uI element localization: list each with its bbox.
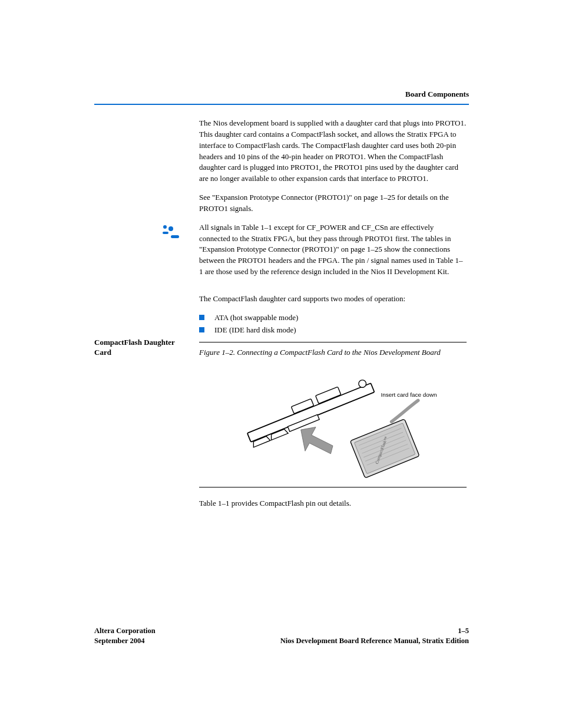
- bullet-list: ATA (hot swappable mode) IDE (IDE hard d…: [199, 312, 467, 336]
- figure-number: Figure 1–2.: [199, 348, 235, 357]
- svg-point-2: [163, 225, 167, 229]
- figure-title: Connecting a CompactFlash Card to the Ni…: [237, 348, 441, 357]
- footer-left: Altera Corporation September 2004: [94, 626, 156, 646]
- page: Board Components CompactFlash Daughter C…: [0, 0, 562, 728]
- text: All signals in: [199, 223, 242, 232]
- cross-reference: Table 1–1: [199, 499, 229, 508]
- body-content: The Nios development board is supplied w…: [199, 118, 467, 517]
- figure-bottom-rule: [199, 487, 467, 487]
- running-header: Board Components: [405, 90, 469, 99]
- figure-top-rule: [199, 342, 467, 342]
- text: are those used by the reference design i…: [203, 267, 449, 276]
- page-footer: Altera Corporation September 2004 1–5 Ni…: [94, 626, 469, 646]
- svg-point-3: [168, 226, 173, 231]
- footer-date: September 2004: [94, 637, 145, 645]
- text: provides CompactFlash pin out details.: [229, 499, 351, 508]
- footer-right: 1–5 Nios Development Board Reference Man…: [280, 626, 469, 646]
- figure-label: Insert card face down: [381, 391, 437, 398]
- paragraph: See "Expansion Prototype Connector (PROT…: [199, 192, 467, 215]
- note-icon: [153, 222, 185, 242]
- paragraph: The Nios development board is supplied w…: [199, 118, 467, 185]
- paragraph: The CompactFlash daughter card supports …: [199, 294, 467, 305]
- text: See: [199, 193, 212, 202]
- list-item: ATA (hot swappable mode): [199, 312, 467, 324]
- cross-reference: Table 1–1: [242, 223, 272, 232]
- note-block: All signals in Table 1–1 except for CF_P…: [153, 222, 467, 285]
- footer-page-number: 1–5: [458, 627, 469, 635]
- paragraph: Table 1–1 provides CompactFlash pin out …: [199, 498, 467, 509]
- svg-rect-1: [171, 235, 179, 238]
- list-item: IDE (IDE hard disk mode): [199, 325, 467, 336]
- footer-manual-title: Nios Development Board Reference Manual,…: [280, 637, 469, 645]
- side-heading: CompactFlash Daughter Card: [94, 338, 193, 358]
- note-text: All signals in Table 1–1 except for CF_P…: [199, 222, 467, 278]
- cross-reference: "Expansion Prototype Connector (PROTO1)"…: [199, 245, 382, 253]
- figure-illustration: CompactFlash™ Insert card face down: [199, 365, 467, 483]
- cross-reference: "Expansion Prototype Connector (PROTO1)"…: [212, 193, 395, 202]
- svg-rect-0: [163, 232, 168, 234]
- footer-company: Altera Corporation: [94, 627, 156, 635]
- figure-caption: Figure 1–2. Connecting a CompactFlash Ca…: [199, 347, 467, 358]
- header-rule: [94, 104, 469, 105]
